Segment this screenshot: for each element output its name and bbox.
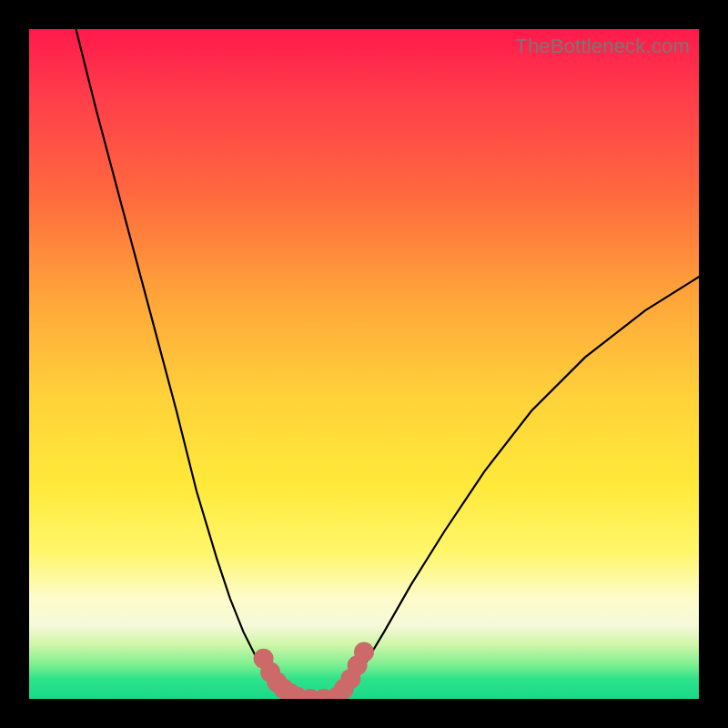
right-curve [338,277,699,699]
marker-group [254,642,374,700]
left-curve [76,29,298,699]
chart-frame: TheBottleneck.com [0,0,728,728]
marker-dot [354,642,374,662]
chart-svg [29,29,699,699]
plot-area: TheBottleneck.com [29,29,699,699]
